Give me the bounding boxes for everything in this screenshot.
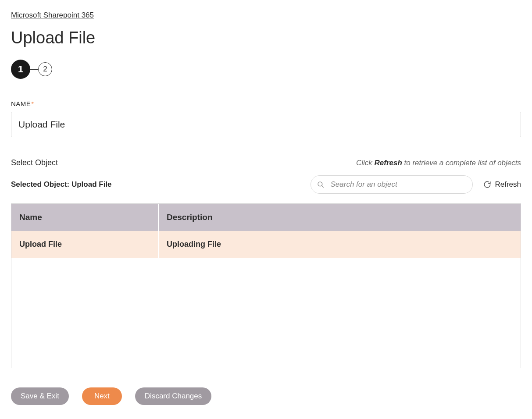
name-input[interactable]	[11, 112, 521, 137]
stepper: 1 2	[11, 60, 521, 79]
hint-bold: Refresh	[375, 159, 402, 167]
refresh-button[interactable]: Refresh	[483, 180, 521, 189]
hint-prefix: Click	[356, 159, 375, 167]
search-box	[311, 175, 473, 194]
selected-object-prefix: Selected Object:	[11, 180, 71, 188]
step-2[interactable]: 2	[38, 62, 52, 76]
table-cell-name: Upload File	[11, 231, 158, 258]
breadcrumb-link[interactable]: Microsoft Sharepoint 365	[11, 11, 94, 20]
next-button[interactable]: Next	[82, 387, 122, 405]
svg-line-1	[322, 186, 324, 188]
save-exit-button[interactable]: Save & Exit	[11, 387, 69, 405]
table-row[interactable]: Upload File Uploading File	[11, 231, 521, 258]
name-label-text: NAME	[11, 100, 31, 107]
hint-suffix: to retrieve a complete list of objects	[402, 159, 521, 167]
page-title: Upload File	[11, 28, 521, 47]
select-object-label: Select Object	[11, 158, 58, 167]
step-1[interactable]: 1	[11, 60, 30, 79]
table-cell-description: Uploading File	[158, 231, 521, 258]
refresh-hint: Click Refresh to retrieve a complete lis…	[356, 159, 521, 167]
search-icon	[317, 181, 325, 188]
object-table-wrapper: Name Description Upload File Uploading F…	[11, 203, 521, 368]
step-connector	[30, 69, 38, 70]
required-indicator: *	[31, 100, 34, 107]
table-header-name[interactable]: Name	[11, 204, 158, 231]
search-input[interactable]	[311, 175, 473, 194]
name-field-label: NAME*	[11, 100, 521, 107]
selected-object-text: Selected Object: Upload File	[11, 180, 112, 189]
svg-point-0	[318, 182, 322, 186]
discard-button[interactable]: Discard Changes	[135, 387, 211, 405]
refresh-label: Refresh	[495, 180, 521, 189]
table-header-description[interactable]: Description	[158, 204, 521, 231]
object-table: Name Description Upload File Uploading F…	[11, 204, 521, 258]
refresh-icon	[483, 181, 491, 188]
selected-object-value: Upload File	[71, 180, 112, 188]
